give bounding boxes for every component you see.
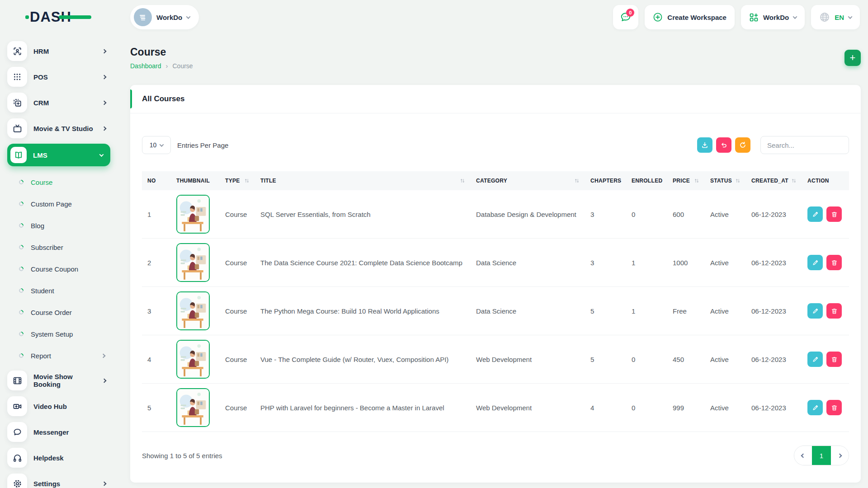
plus-circle-icon [653, 12, 663, 22]
page-title: Course [130, 46, 193, 58]
workspace-selector[interactable]: WorkDo [130, 5, 199, 29]
edit-button[interactable] [807, 303, 823, 319]
lms-book-icon [10, 147, 27, 163]
bullet-icon [18, 222, 24, 229]
download-icon [701, 141, 708, 149]
sidebar-item-messenger[interactable]: Messenger [7, 422, 110, 442]
language-selector[interactable]: EN [811, 5, 860, 29]
cell-title: PHP with Laravel for beginners - Become … [255, 384, 471, 432]
pencil-icon [812, 259, 819, 266]
topbar: WorkDo 0 Create Workspace WorkDo EN [118, 0, 868, 34]
chevron-left-icon [801, 453, 806, 458]
cell-created-at: 06-12-2023 [746, 384, 802, 432]
cell-enrolled: 0 [626, 384, 667, 432]
showing-entries-text: Showing 1 to 5 of 5 entries [142, 452, 222, 460]
cell-chapters: 3 [585, 239, 626, 287]
sidebar-subitem-course-order[interactable]: Course Order [7, 301, 110, 323]
table-body: 1 [142, 190, 849, 432]
pencil-icon [812, 211, 819, 218]
refresh-icon [739, 141, 746, 149]
sidebar-subitem-custom-page[interactable]: Custom Page [7, 193, 110, 215]
reset-button[interactable] [716, 137, 731, 153]
sidebar-subitem-course[interactable]: Course [7, 171, 110, 193]
delete-button[interactable] [826, 303, 842, 319]
chat-badge: 0 [626, 9, 634, 17]
sidebar: HRM POS CRM Movie & TV Studio LMS Course… [0, 34, 118, 488]
trash-icon [831, 308, 838, 314]
delete-button[interactable] [826, 206, 842, 222]
refresh-button[interactable] [735, 137, 750, 153]
cell-action [802, 287, 849, 335]
cell-created-at: 06-12-2023 [746, 287, 802, 335]
current-page-button[interactable]: 1 [812, 446, 831, 465]
col-created-at[interactable]: CREATED_AT [746, 171, 802, 190]
workspace-avatar [134, 8, 152, 26]
edit-button[interactable] [807, 400, 823, 415]
sidebar-subitem-report[interactable]: Report [7, 345, 110, 366]
workspace-grid-icon [749, 13, 759, 22]
export-button[interactable] [697, 137, 712, 153]
workspace-label: WorkDo [156, 14, 182, 21]
delete-button[interactable] [826, 255, 842, 270]
bullet-icon [18, 287, 24, 294]
edit-button[interactable] [807, 255, 823, 270]
col-price[interactable]: PRICE [667, 171, 705, 190]
col-type[interactable]: TYPE [220, 171, 255, 190]
cell-action [802, 384, 849, 432]
col-title[interactable]: TITLE [255, 171, 471, 190]
breadcrumb-separator: › [166, 62, 168, 70]
col-category[interactable]: CATEGORY [471, 171, 585, 190]
sidebar-subitem-subscriber[interactable]: Subscriber [7, 236, 110, 258]
course-thumbnail [176, 195, 210, 234]
cell-created-at: 06-12-2023 [746, 239, 802, 287]
add-course-button[interactable]: + [844, 50, 861, 66]
workdo-menu-label: WorkDo [763, 14, 789, 21]
breadcrumb-dashboard-link[interactable]: Dashboard [130, 62, 161, 70]
cell-price: 999 [667, 384, 705, 432]
film-icon [7, 371, 27, 390]
sidebar-item-settings[interactable]: Settings [7, 473, 110, 488]
messages-button[interactable]: 0 [613, 5, 638, 29]
search-input[interactable] [760, 136, 849, 154]
cell-created-at: 06-12-2023 [746, 335, 802, 384]
chevron-right-icon [102, 481, 107, 486]
delete-button[interactable] [826, 352, 842, 367]
cell-enrolled: 0 [626, 335, 667, 384]
sort-icon [735, 178, 741, 183]
sidebar-item-video-hub[interactable]: Video Hub [7, 396, 110, 417]
sidebar-subitem-student[interactable]: Student [7, 280, 110, 301]
col-status[interactable]: STATUS [705, 171, 746, 190]
sidebar-item-crm[interactable]: CRM [7, 92, 110, 113]
sidebar-item-pos[interactable]: POS [7, 66, 110, 87]
prev-page-button[interactable] [794, 446, 812, 465]
create-workspace-button[interactable]: Create Workspace [645, 5, 735, 29]
cell-no: 2 [142, 239, 171, 287]
sidebar-item-movie-show-booking[interactable]: Movie Show Booking [7, 370, 110, 391]
edit-button[interactable] [807, 352, 823, 367]
cell-status: Active [705, 239, 746, 287]
cell-type: Course [220, 287, 255, 335]
pencil-icon [812, 404, 819, 411]
sidebar-subitem-blog[interactable]: Blog [7, 215, 110, 236]
cell-type: Course [220, 190, 255, 239]
edit-button[interactable] [807, 206, 823, 222]
bullet-icon [18, 201, 24, 207]
sort-icon [574, 178, 580, 183]
create-workspace-label: Create Workspace [667, 14, 726, 21]
messenger-icon [7, 422, 27, 442]
next-page-button[interactable] [831, 446, 849, 465]
delete-button[interactable] [826, 400, 842, 415]
entries-per-page-select[interactable]: 10 [142, 136, 171, 154]
sidebar-item-helpdesk[interactable]: Helpdesk [7, 447, 110, 468]
sidebar-item-hrm[interactable]: HRM [7, 41, 110, 61]
col-action: ACTION [802, 171, 849, 190]
sidebar-item-movie-tv-studio[interactable]: Movie & TV Studio [7, 118, 110, 139]
workdo-menu[interactable]: WorkDo [741, 5, 805, 29]
sidebar-subitem-system-setup[interactable]: System Setup [7, 323, 110, 345]
tv-icon [7, 118, 27, 138]
sidebar-subitem-course-coupon[interactable]: Course Coupon [7, 258, 110, 280]
trash-icon [831, 404, 838, 411]
sidebar-item-lms[interactable]: LMS [7, 144, 110, 166]
sort-icon [244, 178, 250, 183]
undo-icon [720, 141, 727, 149]
